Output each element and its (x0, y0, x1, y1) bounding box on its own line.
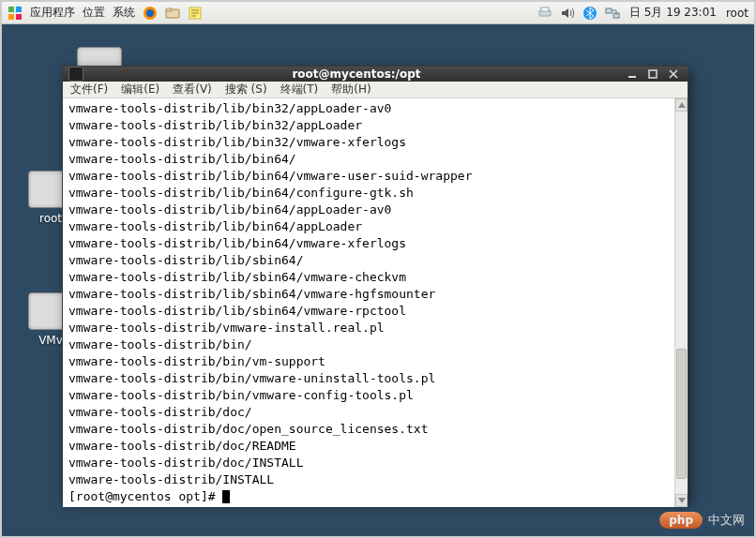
menu-edit[interactable]: 编辑(E) (121, 82, 159, 97)
watermark: php 中文网 (659, 512, 745, 529)
maximize-button[interactable] (644, 67, 661, 82)
close-button[interactable] (665, 67, 682, 82)
system-tray (537, 6, 620, 21)
network-icon[interactable] (605, 6, 620, 21)
titlebar[interactable]: root@mycentos:/opt (63, 67, 688, 82)
svg-rect-15 (649, 70, 657, 78)
cursor (222, 490, 230, 503)
menu-system[interactable]: 系统 (113, 5, 135, 21)
menu-file[interactable]: 文件(F) (70, 82, 108, 97)
file-manager-icon[interactable] (165, 6, 180, 21)
window-buttons (624, 67, 682, 82)
svg-rect-14 (628, 76, 636, 78)
svg-rect-7 (166, 8, 172, 11)
panel-right: 日 5月 19 23:01 root (537, 5, 748, 21)
terminal-output[interactable]: vmware-tools-distrib/lib/bin32/appLoader… (63, 98, 674, 507)
menu-help[interactable]: 帮助(H) (331, 82, 370, 97)
watermark-brand: php (659, 512, 703, 529)
firefox-icon[interactable] (143, 6, 158, 21)
prompt: [root@mycentos opt]# (68, 489, 222, 503)
svg-rect-0 (8, 7, 14, 12)
user-menu[interactable]: root (726, 7, 748, 20)
svg-rect-2 (8, 14, 14, 20)
panel-left: 应用程序 位置 系统 (8, 5, 203, 21)
menu-search[interactable]: 搜索 (S) (225, 82, 267, 97)
volume-icon[interactable] (560, 6, 575, 21)
menubar: 文件(F) 编辑(E) 查看(V) 搜索 (S) 终端(T) 帮助(H) (63, 82, 688, 98)
clock[interactable]: 日 5月 19 23:01 (629, 5, 717, 21)
menu-view[interactable]: 查看(V) (173, 82, 212, 97)
scroll-up-button[interactable] (675, 98, 688, 112)
terminal-icon (68, 67, 83, 82)
svg-rect-10 (541, 7, 549, 11)
minimize-button[interactable] (624, 67, 641, 82)
svg-point-5 (146, 9, 154, 17)
top-panel: 应用程序 位置 系统 日 5月 19 23:01 (2, 2, 754, 24)
scroll-thumb[interactable] (676, 349, 687, 479)
terminal-body: vmware-tools-distrib/lib/bin32/appLoader… (63, 98, 688, 507)
bluetooth-icon[interactable] (582, 6, 597, 21)
scroll-track[interactable] (675, 112, 688, 494)
svg-rect-3 (16, 14, 22, 20)
watermark-text: 中文网 (708, 512, 745, 529)
window-title: root@mycentos:/opt (89, 67, 624, 81)
scroll-down-button[interactable] (675, 494, 688, 507)
menu-places[interactable]: 位置 (83, 5, 105, 21)
svg-rect-12 (606, 8, 612, 13)
notes-icon[interactable] (188, 6, 203, 21)
terminal-window: root@mycentos:/opt 文件(F) 编辑(E) 查看(V) 搜索 … (62, 66, 688, 502)
menu-terminal[interactable]: 终端(T) (280, 82, 319, 97)
svg-rect-1 (16, 7, 22, 12)
printer-icon[interactable] (537, 6, 552, 21)
scrollbar (674, 98, 688, 507)
main-menu-icon[interactable] (8, 6, 23, 21)
menu-applications[interactable]: 应用程序 (30, 5, 75, 21)
